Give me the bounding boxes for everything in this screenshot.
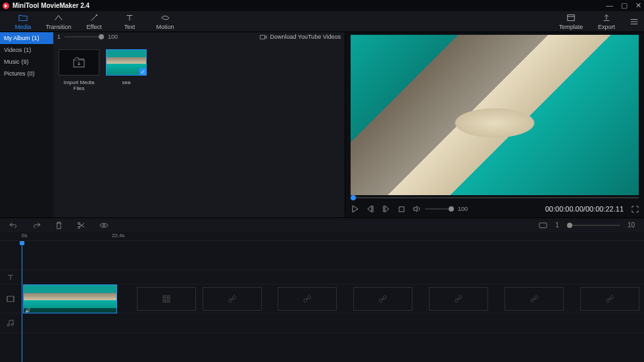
volume-slider[interactable] xyxy=(425,208,454,210)
media-clip-label: sea xyxy=(122,79,131,85)
import-media-thumb[interactable] xyxy=(59,49,99,76)
sidebar-item-label: My Album xyxy=(4,35,30,41)
import-icon xyxy=(73,57,85,68)
import-media-label: Import Media Files xyxy=(59,79,99,91)
svg-rect-0 xyxy=(568,14,575,20)
text-track-body[interactable] xyxy=(21,270,644,284)
volume-value: 100 xyxy=(458,206,468,212)
timeline-ruler[interactable]: 0s 22.4s xyxy=(0,232,644,241)
redo-button[interactable] xyxy=(32,221,41,229)
empty-slot[interactable] xyxy=(429,287,488,311)
track-body-empty[interactable] xyxy=(21,241,644,269)
volume-icon xyxy=(413,205,421,213)
preview-panel: 100 00:00:00.00/00:00:22.11 xyxy=(345,32,644,217)
main-toolbar: Media Transition Effect Text Motion Temp… xyxy=(0,11,644,32)
tab-export[interactable]: Export xyxy=(589,11,624,32)
preview-eye-button[interactable] xyxy=(99,222,109,229)
empty-slot[interactable] xyxy=(203,287,262,311)
play-button[interactable] xyxy=(351,205,359,213)
tab-effect-label: Effect xyxy=(87,24,102,30)
play-icon xyxy=(351,205,359,213)
download-youtube-label: Download YouTube Videos xyxy=(270,34,341,40)
main-area: My Album (1) Videos (1) Music (9) Pictur… xyxy=(0,32,644,217)
eye-icon xyxy=(99,222,109,229)
tab-media[interactable]: Media xyxy=(5,11,41,32)
clip-audio-icon: 🔊 xyxy=(24,308,116,313)
audio-track-body[interactable] xyxy=(21,313,644,332)
thumb-size-slider-thumb[interactable] xyxy=(99,34,104,39)
sidebar-item-pictures[interactable]: Pictures (0) xyxy=(0,68,53,79)
tab-text[interactable]: Text xyxy=(112,11,147,32)
split-button[interactable] xyxy=(77,221,85,229)
sidebar-item-music[interactable]: Music (9) xyxy=(0,56,53,68)
link-icon xyxy=(303,295,311,303)
link-icon xyxy=(379,295,387,303)
preview-canvas[interactable] xyxy=(351,35,639,195)
playhead[interactable] xyxy=(22,241,22,362)
sidebar-item-count: (0) xyxy=(28,70,35,77)
undo-button[interactable] xyxy=(9,221,18,229)
delete-button[interactable] xyxy=(55,221,62,229)
maximize-button[interactable]: ▢ xyxy=(621,1,628,10)
empty-slot[interactable] xyxy=(278,287,337,311)
empty-slot[interactable] xyxy=(580,287,639,311)
import-media-card[interactable]: Import Media Files xyxy=(59,49,99,91)
media-clip-thumb[interactable]: ✓ xyxy=(106,49,147,76)
svg-rect-8 xyxy=(7,296,14,302)
download-youtube-link[interactable]: Download YouTube Videos xyxy=(260,34,341,40)
volume-button[interactable] xyxy=(413,205,421,213)
tab-motion-label: Motion xyxy=(156,24,174,30)
timeline: 0s 22.4s 🔊 xyxy=(0,232,644,362)
tab-transition[interactable]: Transition xyxy=(41,11,76,32)
text-icon xyxy=(125,13,134,22)
zoom-slider[interactable] xyxy=(567,225,620,226)
tab-effect[interactable]: Effect xyxy=(76,11,112,32)
tab-template[interactable]: Template xyxy=(553,11,589,32)
link-icon xyxy=(530,295,538,303)
redo-icon xyxy=(32,221,41,229)
stop-button[interactable] xyxy=(398,206,405,213)
media-clip-card[interactable]: ✓ sea xyxy=(106,49,147,91)
thumb-size-val: 100 xyxy=(108,34,118,40)
menu-button[interactable] xyxy=(630,17,639,26)
sidebar-item-label: Videos xyxy=(4,47,22,53)
timeline-clip[interactable]: 🔊 xyxy=(23,284,117,313)
step-back-button[interactable] xyxy=(366,205,374,213)
transition-icon xyxy=(54,13,63,22)
timeline-tracks: 🔊 xyxy=(0,241,644,362)
tab-text-label: Text xyxy=(124,24,136,30)
volume-slider-thumb[interactable] xyxy=(449,206,454,212)
preview-frame xyxy=(351,35,639,195)
sidebar-item-my-album[interactable]: My Album (1) xyxy=(0,32,53,44)
empty-slot[interactable] xyxy=(505,287,564,311)
video-track-icon xyxy=(7,295,14,303)
checkmark-icon: ✓ xyxy=(139,68,146,75)
media-header: 1 100 Download YouTube Videos xyxy=(53,32,345,41)
fullscreen-icon xyxy=(632,206,639,213)
empty-slot[interactable] xyxy=(353,287,412,311)
step-forward-button[interactable] xyxy=(382,205,390,213)
close-button[interactable]: ✕ xyxy=(635,1,641,10)
volume-control: 100 xyxy=(413,205,468,213)
sidebar-item-count: (9) xyxy=(22,58,29,65)
tab-motion[interactable]: Motion xyxy=(147,11,183,32)
export-icon xyxy=(602,13,611,22)
music-icon xyxy=(7,319,14,327)
seek-track[interactable] xyxy=(351,197,639,198)
ruler-tick-0: 0s xyxy=(22,233,27,238)
sidebar-item-count: (1) xyxy=(32,35,39,41)
video-track-body[interactable]: 🔊 xyxy=(21,284,644,313)
fit-button[interactable] xyxy=(539,222,547,229)
fullscreen-button[interactable] xyxy=(632,206,639,213)
title-bar: MiniTool MovieMaker 2.4 — ▢ ✕ xyxy=(0,0,644,11)
seek-bar[interactable] xyxy=(351,195,639,200)
zoom-slider-thumb[interactable] xyxy=(567,223,572,228)
track-spacer-top xyxy=(0,241,644,270)
thumb-size-slider[interactable] xyxy=(64,36,104,37)
seek-thumb[interactable] xyxy=(351,195,356,200)
sidebar-item-videos[interactable]: Videos (1) xyxy=(0,44,53,56)
media-library: 1 100 Download YouTube Videos Import Med… xyxy=(53,32,345,217)
svg-rect-9 xyxy=(163,296,170,302)
empty-slot[interactable] xyxy=(137,287,196,311)
minimize-button[interactable]: — xyxy=(606,1,613,10)
